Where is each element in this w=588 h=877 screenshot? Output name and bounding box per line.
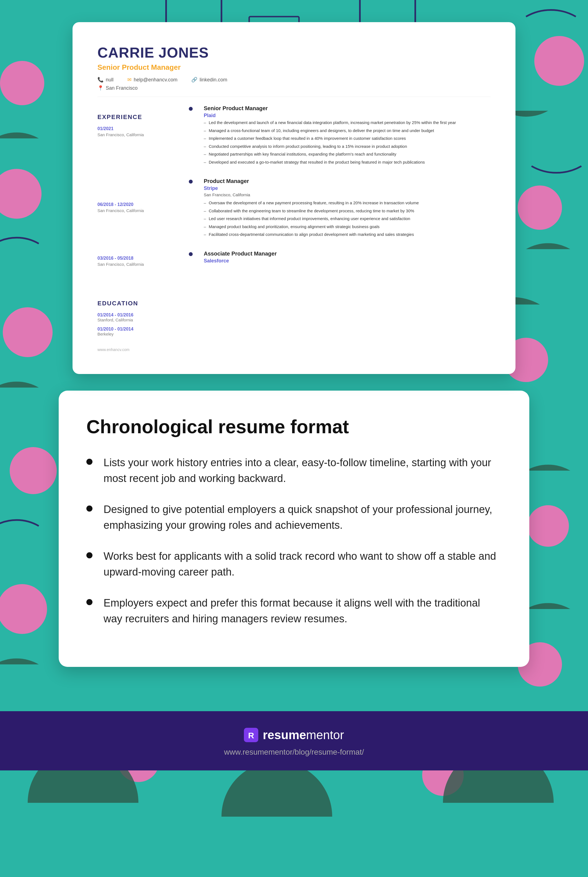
bullet-item: Facilitated cross-departmental communica…: [204, 231, 419, 238]
info-card-title: Chronological resume format: [86, 415, 502, 438]
footer-logo: R resumementor: [244, 728, 344, 742]
bullet-item: Led the development and launch of a new …: [204, 120, 456, 126]
footer-url: www.resumementor/blog/resume-format/: [224, 748, 364, 757]
exp-date-1: 01/2021 San Francisco, California: [98, 126, 175, 137]
bullet-item: Collaborated with the engineering team t…: [204, 208, 419, 214]
bullet-item: Conducted competitive analysis to inform…: [204, 143, 456, 150]
education-section-title: EDUCATION: [98, 300, 175, 307]
resume-card: CARRIE JONES Senior Product Manager 📞 nu…: [72, 22, 516, 374]
job-bullets-2: Oversaw the development of a new payment…: [204, 200, 419, 238]
job-entry-1: Senior Product Manager Plaid Led the dev…: [189, 105, 490, 167]
job-bullets-1: Led the development and launch of a new …: [204, 120, 456, 165]
info-bullet-1: [86, 459, 93, 465]
linkedin-contact: 🔗 linkedin.com: [191, 77, 227, 83]
footer-logo-text: resumementor: [263, 728, 344, 742]
info-list: Lists your work history entries into a c…: [86, 455, 502, 627]
info-list-item-1: Lists your work history entries into a c…: [86, 455, 502, 486]
info-list-item-2: Designed to give potential employers a q…: [86, 502, 502, 533]
resume-title: Senior Product Manager: [98, 63, 490, 72]
resume-right-column: Senior Product Manager Plaid Led the dev…: [189, 105, 490, 336]
svg-text:R: R: [248, 731, 254, 740]
resume-header: CARRIE JONES Senior Product Manager 📞 nu…: [98, 44, 490, 97]
email-icon: ✉: [128, 77, 132, 83]
location-icon: 📍: [98, 85, 104, 91]
info-bullet-4: [86, 599, 93, 605]
bullet-item: Oversaw the development of a new payment…: [204, 200, 419, 206]
resume-footer-url: www.enhancv.com: [98, 348, 490, 352]
page-footer: R resumementor www.resumementor/blog/res…: [0, 711, 588, 771]
exp-date-3: 03/2016 - 05/2018 San Francisco, Califor…: [98, 256, 175, 267]
exp-date-2: 06/2018 - 12/2020 San Francisco, Califor…: [98, 202, 175, 213]
info-list-item-3: Works best for applicants with a solid t…: [86, 549, 502, 580]
footer-logo-icon: R: [244, 728, 258, 742]
job-dot-1: [189, 107, 193, 111]
job-dot-2: [189, 180, 193, 184]
bullet-item: Managed product backlog and prioritizati…: [204, 224, 419, 230]
experience-section-title: EXPERIENCE: [98, 114, 175, 121]
bullet-item: Negotiated partnerships with key financi…: [204, 151, 456, 157]
bullet-item: Developed and executed a go-to-market st…: [204, 159, 456, 166]
phone-contact: 📞 null: [98, 77, 114, 83]
resume-left-column: EXPERIENCE 01/2021 San Francisco, Califo…: [98, 105, 175, 336]
phone-icon: 📞: [98, 77, 104, 83]
info-bullet-2: [86, 505, 93, 511]
linkedin-icon: 🔗: [191, 77, 197, 83]
info-list-item-4: Employers expect and prefer this format …: [86, 595, 502, 627]
bullet-item: Implemented a customer feedback loop tha…: [204, 135, 456, 142]
resume-name: CARRIE JONES: [98, 44, 490, 61]
resume-body: EXPERIENCE 01/2021 San Francisco, Califo…: [98, 105, 490, 336]
bullet-item: Led user research initiatives that infor…: [204, 216, 419, 222]
education-section: EDUCATION 01/2014 - 01/2016 Stanford, Ca…: [98, 300, 175, 336]
info-card: Chronological resume format Lists your w…: [59, 391, 529, 667]
email-contact: ✉ help@enhancv.com: [128, 77, 177, 83]
resume-location: 📍 San Francisco: [98, 85, 490, 91]
job-entry-3: Associate Product Manager Salesforce: [189, 250, 490, 265]
bullet-item: Managed a cross-functional team of 10, i…: [204, 127, 456, 134]
job-entry-2: Product Manager Stripe San Francisco, Ca…: [189, 178, 490, 240]
resume-contact: 📞 null ✉ help@enhancv.com 🔗 linkedin.com: [98, 77, 490, 83]
info-bullet-3: [86, 552, 93, 558]
job-dot-3: [189, 252, 193, 256]
